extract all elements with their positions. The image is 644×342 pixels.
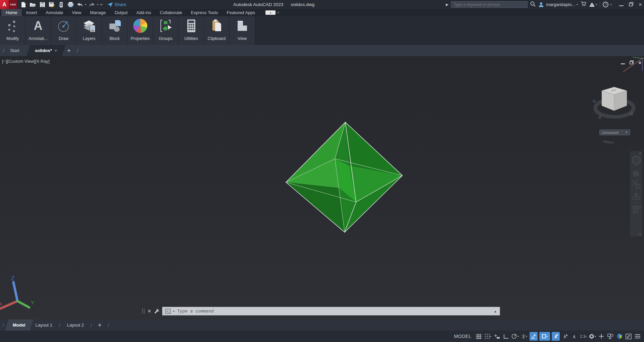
account-button[interactable]: margaridaplo... ▾ [538, 2, 578, 7]
minimize-button[interactable] [619, 2, 624, 8]
file-tab-start[interactable]: Start [7, 45, 22, 56]
panel-groups[interactable]: Groups [153, 16, 179, 45]
ribbon-tab-collaborate[interactable]: Collaborate [155, 9, 187, 16]
annotation-scale-button[interactable]: 1:1 ▾ [580, 332, 587, 341]
dynamic-input-button[interactable] [493, 332, 501, 341]
file-tab-close-icon[interactable]: × [54, 48, 57, 53]
undo-dropdown[interactable]: ▾ [85, 3, 86, 6]
ribbon-state-button[interactable]: ▲ [265, 10, 276, 15]
panel-annotation[interactable]: A Annotati... [26, 16, 51, 45]
tab-model[interactable]: Model [5, 320, 33, 331]
graphics-performance-button[interactable] [616, 332, 623, 341]
ribbon-tab-manage[interactable]: Manage [86, 9, 110, 16]
compass-e-label[interactable]: E [598, 114, 603, 120]
panel-properties[interactable]: Properties [128, 16, 153, 45]
redo-button[interactable] [88, 1, 96, 8]
command-history-up-icon[interactable]: ▲ [494, 309, 497, 313]
command-input[interactable]: >_ ▼ Type a command ▲ [162, 307, 500, 315]
new-drawing-button[interactable]: + [64, 47, 74, 54]
snap-mode-button[interactable]: ▾ [484, 332, 492, 341]
new-layout-button[interactable]: + [95, 322, 105, 329]
navbar-minimize-icon[interactable]: ⊖ [639, 233, 641, 236]
panel-clipboard[interactable]: Clipboard [204, 16, 230, 45]
orbit-icon[interactable] [631, 192, 641, 203]
object-snap-tracking-button[interactable] [530, 332, 538, 341]
ribbon-tab-annotate[interactable]: Annotate [41, 9, 67, 16]
qat-customize-button[interactable]: ≂ [100, 2, 103, 7]
panel-view[interactable]: View [230, 16, 255, 45]
annotation-monitor-button[interactable] [598, 332, 605, 341]
panel-layers[interactable]: Layers [77, 16, 102, 45]
viewport-close-button[interactable]: × [638, 61, 641, 65]
annotation-autoscale-button[interactable] [561, 332, 569, 341]
restore-button[interactable] [629, 2, 633, 8]
command-line-close-icon[interactable]: ✕ [147, 308, 151, 314]
search-collapse-arrow[interactable]: ▶ [446, 3, 449, 6]
navigation-wheel-icon[interactable] [631, 155, 641, 166]
isometric-drafting-button[interactable]: ▾ [521, 332, 528, 341]
panel-block[interactable]: Block [102, 16, 128, 45]
ribbon-tab-express-tools[interactable]: Express Tools [187, 9, 222, 16]
object-snap-button[interactable]: ▾ [539, 332, 550, 341]
ribbon-state-dropdown[interactable]: ▾ [278, 11, 279, 14]
ortho-mode-button[interactable] [502, 332, 510, 341]
polar-tracking-button[interactable]: ▾ [511, 332, 519, 341]
units-button[interactable] [607, 332, 614, 341]
file-tab-solidos[interactable]: solidos* × [26, 45, 65, 56]
panel-draw[interactable]: Draw [51, 16, 77, 45]
new-file-button[interactable] [20, 1, 27, 8]
showmotion-icon[interactable] [631, 205, 641, 214]
command-customize-wrench-icon[interactable] [154, 308, 159, 314]
polar-dropdown-icon[interactable]: ▾ [517, 335, 519, 338]
save-to-mobile-button[interactable] [57, 1, 65, 8]
isometric-dropdown-icon[interactable]: ▾ [526, 335, 527, 338]
clean-screen-button[interactable] [625, 332, 632, 341]
workspace-dropdown-icon[interactable]: ▾ [595, 335, 596, 338]
zoom-extents-icon[interactable] [631, 179, 641, 190]
panel-modify[interactable]: Modify [0, 16, 26, 45]
snap-dropdown-icon[interactable]: ▾ [490, 335, 491, 338]
share-button[interactable]: Share [107, 2, 126, 7]
annotation-scale-flag-button[interactable] [571, 332, 578, 341]
app-store-button[interactable] [581, 1, 586, 8]
drawing-viewport[interactable]: Z Y X S E N [0, 56, 644, 320]
viewport-restore-button[interactable] [630, 60, 634, 66]
scale-dropdown-icon[interactable]: ▾ [585, 335, 587, 338]
ribbon-tab-home[interactable]: Home [1, 9, 22, 16]
undo-button[interactable] [76, 1, 84, 8]
ribbon-tab-addins[interactable]: Add-ins [132, 9, 155, 16]
close-button[interactable]: × [639, 2, 642, 7]
plot-button[interactable] [67, 1, 74, 8]
autodesk-apps-dropdown[interactable]: ▾ [596, 3, 597, 6]
account-dropdown[interactable]: ▾ [577, 3, 578, 6]
annotation-visibility-button[interactable] [552, 332, 560, 341]
viewcube-right-label[interactable]: RIGHT [603, 140, 614, 145]
save-as-button[interactable] [48, 1, 55, 8]
ribbon-tab-view[interactable]: View [67, 9, 86, 16]
ribbon-tab-output[interactable]: Output [110, 9, 132, 16]
command-prompt-icon[interactable]: >_ [165, 309, 171, 314]
customization-button[interactable] [634, 332, 641, 341]
grid-display-button[interactable] [475, 332, 483, 341]
navigation-bar[interactable]: ⊗ ⊖ [630, 151, 642, 237]
help-button[interactable]: ? [603, 2, 608, 7]
save-button[interactable] [39, 1, 46, 8]
ribbon-tab-featured-apps[interactable]: Featured Apps [222, 9, 259, 16]
help-dropdown[interactable]: ▾ [610, 3, 612, 6]
command-line-grip[interactable] [142, 309, 145, 313]
model-space-button[interactable]: MODEL [452, 332, 474, 341]
workspace-switching-button[interactable]: ▾ [589, 332, 596, 341]
viewport-minimize-button[interactable] [621, 60, 625, 66]
app-menu-button[interactable]: A CAD [0, 0, 17, 9]
tab-layout1[interactable]: Layout 1 [32, 320, 56, 331]
osnap-dropdown-icon[interactable]: ▾ [546, 335, 548, 338]
tab-layout2[interactable]: Layout 2 [63, 320, 88, 331]
view-name-button[interactable]: Unnamed ▼ [599, 130, 630, 135]
panel-utilities[interactable]: Utilities [179, 16, 204, 45]
autodesk-apps-button[interactable]: ▾ [589, 2, 597, 7]
pan-hand-icon[interactable] [632, 168, 641, 177]
command-prompt-dropdown-icon[interactable]: ▼ [173, 310, 175, 312]
open-button[interactable] [29, 1, 37, 8]
search-input[interactable] [451, 1, 528, 8]
ribbon-tab-insert[interactable]: Insert [22, 9, 42, 16]
